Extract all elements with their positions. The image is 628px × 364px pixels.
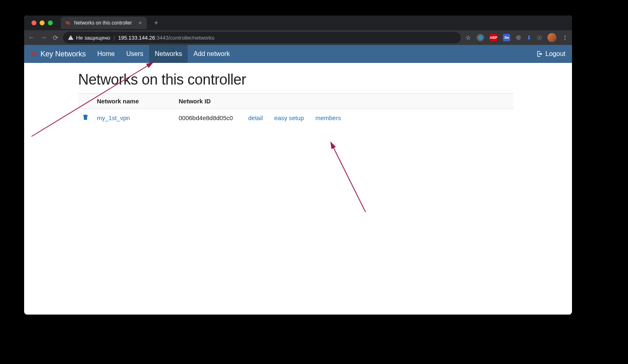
table-row: my_1st_vpn 0006bd4e8d8d05c0 detail easy … bbox=[78, 109, 514, 127]
extension-dot-icon[interactable] bbox=[516, 35, 521, 40]
network-name-link[interactable]: my_1st_vpn bbox=[97, 114, 130, 121]
reload-button[interactable]: ⟳ bbox=[53, 34, 58, 42]
col-network-id: Network ID bbox=[175, 94, 244, 109]
url: 195.133.144.26:3443/controller/networks bbox=[118, 35, 215, 41]
forward-button[interactable]: → bbox=[40, 34, 47, 41]
extension-abp-icon[interactable]: ABP bbox=[490, 34, 497, 41]
page-content: Networks on this controller Network name… bbox=[24, 63, 572, 315]
back-button[interactable]: ← bbox=[28, 34, 35, 41]
nav-users-label: Users bbox=[126, 50, 144, 58]
browser-toolbar: ← → ⟳ Не защищено | 195.133.144.26:3443/… bbox=[24, 30, 572, 45]
annotation-arrow-members bbox=[331, 142, 366, 212]
easy-setup-link[interactable]: easy setup bbox=[274, 114, 304, 121]
app-navbar: Key Networks Home Users Networks Add net… bbox=[24, 45, 572, 63]
maximize-window-button[interactable] bbox=[48, 20, 53, 25]
profile-avatar[interactable] bbox=[547, 33, 556, 42]
network-id: 0006bd4e8d8d05c0 bbox=[179, 114, 233, 121]
nav-home-label: Home bbox=[97, 50, 115, 58]
nav-networks-label: Networks bbox=[155, 50, 182, 58]
nav-home[interactable]: Home bbox=[92, 45, 121, 63]
members-link[interactable]: members bbox=[315, 114, 341, 121]
security-indicator[interactable]: Не защищено bbox=[68, 35, 110, 41]
col-network-name: Network name bbox=[93, 94, 175, 109]
window-controls bbox=[28, 20, 56, 25]
browser-tab[interactable]: Networks on this controller × bbox=[61, 17, 147, 29]
row-actions: detail easy setup members bbox=[248, 114, 509, 121]
url-host: 195.133.144.26 bbox=[118, 35, 155, 41]
logout-button[interactable]: Logout bbox=[530, 50, 572, 58]
logout-label: Logout bbox=[545, 50, 565, 58]
tab-title: Networks on this controller bbox=[74, 20, 132, 26]
nav-add-network[interactable]: Add network bbox=[188, 45, 236, 63]
page-title: Networks on this controller bbox=[78, 71, 514, 88]
insecure-label: Не защищено bbox=[76, 35, 110, 41]
browser-window: Networks on this controller × + ← → ⟳ Не… bbox=[24, 16, 572, 315]
extension-globe-icon[interactable]: 🌐 bbox=[477, 34, 484, 41]
close-tab-icon[interactable]: × bbox=[139, 20, 142, 26]
extension-download-icon[interactable]: ⬇ bbox=[527, 34, 532, 41]
extension-misc-icon[interactable]: ⦾ bbox=[537, 34, 542, 41]
extension-icons: ☆ 🌐 ABP Эн ⬇ ⦾ ⋮ bbox=[466, 33, 568, 42]
nav-users[interactable]: Users bbox=[121, 45, 149, 63]
url-rest: :3443/controller/networks bbox=[155, 35, 214, 41]
separator: | bbox=[114, 35, 115, 41]
detail-link[interactable]: detail bbox=[248, 114, 263, 121]
logout-icon bbox=[536, 51, 543, 57]
brand[interactable]: Key Networks bbox=[24, 50, 92, 58]
bookmark-star-icon[interactable]: ☆ bbox=[466, 34, 471, 41]
minimize-window-button[interactable] bbox=[40, 20, 45, 25]
new-tab-button[interactable]: + bbox=[151, 19, 161, 27]
nav-buttons: ← → ⟳ bbox=[28, 34, 58, 42]
address-bar[interactable]: Не защищено | 195.133.144.26:3443/contro… bbox=[63, 32, 461, 43]
brand-logo-icon bbox=[30, 50, 37, 58]
warning-icon bbox=[68, 35, 74, 40]
nav-add-network-label: Add network bbox=[193, 50, 230, 58]
extension-translate-icon[interactable]: Эн bbox=[503, 34, 510, 41]
brand-label: Key Networks bbox=[40, 50, 86, 58]
tab-bar: Networks on this controller × + bbox=[24, 16, 572, 30]
networks-table: Network name Network ID my_1st_vpn 000 bbox=[78, 93, 514, 127]
delete-network-icon[interactable] bbox=[82, 115, 89, 122]
close-window-button[interactable] bbox=[31, 20, 36, 25]
browser-menu-icon[interactable]: ⋮ bbox=[562, 34, 568, 41]
nav-networks[interactable]: Networks bbox=[149, 45, 188, 63]
tab-favicon-icon bbox=[65, 20, 71, 26]
